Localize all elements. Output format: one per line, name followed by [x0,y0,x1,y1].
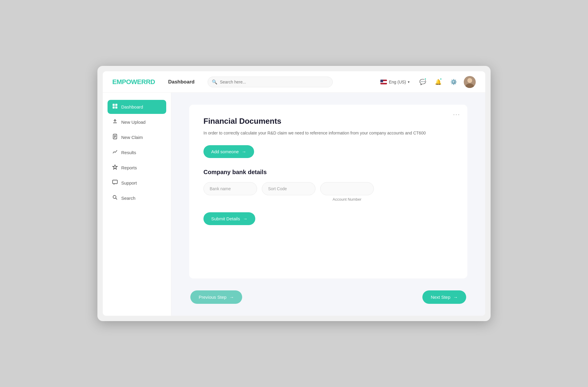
bank-fields-group: Account Number [203,182,453,202]
main-content: ··· Financial Documents In order to corr… [171,93,485,316]
svg-rect-5 [113,106,115,109]
grid-icon [112,103,118,110]
account-number-field: Account Number [320,182,374,202]
layout: Dashboard New Upload [103,93,485,316]
chat-icon [112,179,118,186]
file-icon [112,134,118,141]
previous-step-button[interactable]: Previous Step → [190,290,242,304]
notification-icon-button[interactable]: 🔔 [433,77,444,87]
next-step-button[interactable]: Next Step → [422,290,466,304]
search-bar: 🔍 [208,77,333,87]
sidebar-item-label: Reports [121,165,137,170]
sidebar-item-label: Support [121,180,137,185]
arrow-right-icon: → [453,295,458,300]
svg-rect-9 [113,180,117,184]
language-selector[interactable]: Eng (US) ▾ [377,78,413,86]
svg-point-1 [467,78,472,83]
bank-name-input[interactable] [203,182,257,195]
header-actions: Eng (US) ▾ 💬 🔔 ⚙️ [377,76,476,88]
sidebar-item-label: New Upload [121,120,146,125]
content-card: ··· Financial Documents In order to corr… [189,105,467,278]
svg-marker-8 [113,165,117,169]
sidebar-item-new-upload[interactable]: New Upload [108,115,166,129]
sidebar: Dashboard New Upload [103,93,171,316]
sidebar-item-label: Dashboard [121,104,143,109]
page-title: Dashboard [168,79,195,85]
sidebar-item-results[interactable]: Results [108,145,166,160]
account-number-input[interactable] [320,182,374,195]
sort-code-input[interactable] [262,182,315,195]
add-someone-button[interactable]: Add someone → [203,145,254,158]
flag-icon [380,80,387,84]
bank-name-field [203,182,257,195]
financial-documents-description: In order to correctly calculate your R&D… [203,130,453,136]
sidebar-item-label: Search [121,196,136,201]
svg-rect-3 [113,104,115,106]
settings-icon-button[interactable]: ⚙️ [448,77,459,87]
arrow-right-icon: → [242,149,246,154]
svg-rect-6 [115,106,117,109]
company-bank-details-title: Company bank details [203,169,453,176]
chevron-down-icon: ▾ [408,80,410,84]
svg-line-11 [116,198,117,199]
chat-icon-button[interactable]: 💬 [417,77,428,87]
sidebar-item-new-claim[interactable]: New Claim [108,130,166,144]
sidebar-item-dashboard[interactable]: Dashboard [108,100,166,114]
logo: EMPOWERRD [112,78,155,86]
card-menu-button[interactable]: ··· [453,111,460,118]
financial-documents-title: Financial Documents [203,117,453,126]
header: EMPOWERRD Dashboard 🔍 Eng (US) ▾ 💬 🔔 [103,71,485,93]
sidebar-item-search[interactable]: Search [108,191,166,205]
submit-details-button[interactable]: Submit Details → [203,212,255,225]
sort-code-field [262,182,315,195]
arrow-right-icon: → [243,216,248,221]
arrow-right-icon: → [229,295,234,300]
avatar[interactable] [464,76,476,88]
upload-icon [112,119,118,126]
sidebar-item-label: New Claim [121,135,143,140]
svg-rect-4 [115,104,117,106]
notification-dot [440,78,442,80]
sidebar-item-label: Results [121,150,136,155]
account-number-label: Account Number [320,197,374,202]
star-icon [112,164,118,171]
sidebar-item-support[interactable]: Support [108,176,166,190]
chart-icon [112,149,118,156]
bottom-navigation: Previous Step → Next Step → [189,290,467,304]
sidebar-item-reports[interactable]: Reports [108,161,166,175]
search-input[interactable] [208,77,333,87]
chat-notification-dot [424,78,427,80]
search-icon: 🔍 [212,79,217,85]
search-icon [112,195,118,202]
